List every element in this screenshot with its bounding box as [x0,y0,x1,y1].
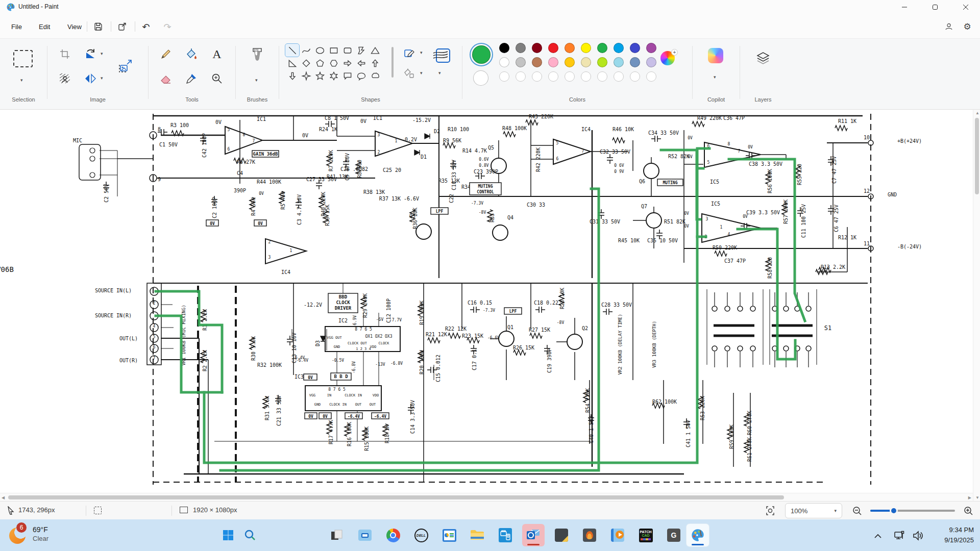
palette-color[interactable] [499,57,509,67]
horizontal-scrollbar[interactable]: ◀ ▶ [0,493,973,501]
magnifier-tool-icon[interactable] [209,70,225,87]
shape-oval-callout[interactable] [354,69,368,82]
shape-triangle[interactable] [368,44,382,57]
palette-color[interactable] [548,57,558,67]
palette-color[interactable] [581,57,591,67]
shape-right-triangle[interactable] [285,57,299,69]
shape-six-point-star[interactable] [327,69,340,82]
redo-button[interactable]: ↷ [159,18,176,35]
shape-fill-icon[interactable] [402,67,417,81]
vertical-scrollbar[interactable]: ▲ ▼ [973,110,980,501]
file-explorer-icon[interactable] [466,524,488,546]
network-icon[interactable] [892,529,906,543]
palette-empty-slot[interactable] [499,71,509,82]
shape-diamond[interactable] [299,57,313,69]
horizontal-scroll-thumb[interactable] [8,495,784,499]
shape-five-point-star[interactable] [313,69,327,82]
palette-color[interactable] [614,57,624,67]
weather-widget[interactable]: 6 69°F Clear [7,523,48,545]
shape-rounded-rectangle[interactable] [340,44,354,57]
zoom-in-icon[interactable] [962,505,975,517]
palette-color[interactable] [646,43,656,53]
view-menu[interactable]: View [60,19,89,34]
g-tool-icon[interactable]: G [663,524,685,546]
paint-taskbar-icon[interactable] [687,524,709,546]
crop-icon[interactable] [57,46,73,62]
palette-empty-slot[interactable] [614,71,624,82]
rotate-dropdown-chevron-icon[interactable]: ▾ [101,51,103,56]
palette-empty-slot[interactable] [548,71,558,82]
remove-background-icon[interactable] [57,70,73,87]
shape-style-chevron-icon[interactable]: ▾ [438,70,441,76]
palette-color[interactable] [532,43,542,53]
account-icon[interactable] [940,18,958,35]
zoom-out-icon[interactable] [850,505,864,517]
palette-empty-slot[interactable] [630,71,640,82]
scroll-left-arrow-icon[interactable]: ◀ [2,495,5,500]
shape-outline-icon[interactable] [402,47,417,60]
close-button[interactable] [954,0,977,14]
shape-rectangle[interactable] [327,44,340,57]
fill-dropdown-chevron-icon[interactable]: ▾ [420,70,423,76]
patchcad-icon[interactable]: PATCHCAD [634,524,657,546]
palette-color[interactable] [565,43,575,53]
shape-style-icon[interactable] [430,46,453,66]
sticky-notes-icon[interactable] [550,524,573,546]
shape-oval[interactable] [313,44,327,57]
scroll-right-arrow-icon[interactable]: ▶ [968,495,971,500]
vertical-scroll-thumb[interactable] [975,118,979,194]
palette-color[interactable] [614,43,624,53]
palette-color[interactable] [597,43,607,53]
maximize-button[interactable] [923,0,947,14]
copilot-dropdown-chevron-icon[interactable]: ▾ [714,74,716,80]
outlook-icon[interactable] [522,524,545,546]
palette-color[interactable] [532,57,542,67]
shape-left-arrow[interactable] [354,57,368,69]
shape-rounded-callout[interactable] [340,69,354,82]
chrome-icon[interactable] [382,524,404,546]
primary-color-swatch[interactable] [470,43,493,66]
palette-empty-slot[interactable] [597,71,607,82]
outline-dropdown-chevron-icon[interactable]: ▾ [420,50,423,55]
zoom-slider-thumb[interactable] [890,507,898,515]
tray-clock[interactable]: 9:34 PM 9/19/2025 [931,525,974,545]
shape-up-arrow[interactable] [368,57,382,69]
selection-dropdown-chevron-icon[interactable]: ▾ [20,78,23,83]
palette-empty-slot[interactable] [581,71,591,82]
shape-line[interactable] [285,44,299,57]
shape-curve[interactable] [299,44,313,57]
shape-hexagon[interactable] [327,57,340,69]
shape-polygon[interactable] [354,44,368,57]
flip-dropdown-chevron-icon[interactable]: ▾ [101,76,103,81]
palette-color[interactable] [581,43,591,53]
report-tool-icon[interactable] [438,524,460,546]
palette-color[interactable] [516,43,526,53]
text-tool-icon[interactable]: A [209,46,225,62]
scroll-up-arrow-icon[interactable]: ▲ [975,111,979,115]
widgets-notebook-icon[interactable] [354,524,376,546]
minimize-button[interactable] [893,0,916,14]
media-player-icon[interactable] [606,524,629,546]
brush-icon[interactable] [249,46,265,66]
rotate-icon[interactable] [82,46,99,62]
color-picker-icon[interactable] [183,70,200,87]
palette-empty-slot[interactable] [532,71,542,82]
selection-tool[interactable] [13,50,33,67]
volume-icon[interactable] [911,529,925,543]
shape-right-arrow[interactable] [340,57,354,69]
palette-empty-slot[interactable] [565,71,575,82]
task-view-icon[interactable] [326,524,348,546]
pencil-icon[interactable] [158,46,174,62]
eraser-icon[interactable] [158,70,174,87]
search-icon[interactable] [239,524,261,546]
palette-color[interactable] [646,57,656,67]
edit-colors-wheel-icon[interactable]: + [660,51,676,66]
shape-cloud-callout[interactable] [368,69,382,82]
flip-icon[interactable] [82,70,99,87]
palette-color[interactable] [597,57,607,67]
start-button[interactable] [217,524,239,546]
palette-empty-slot[interactable] [646,71,656,82]
dell-icon[interactable]: DELL [410,524,432,546]
shapes-scrollbar[interactable] [391,47,394,78]
zoom-level-select[interactable]: 100% ▾ [785,503,842,518]
